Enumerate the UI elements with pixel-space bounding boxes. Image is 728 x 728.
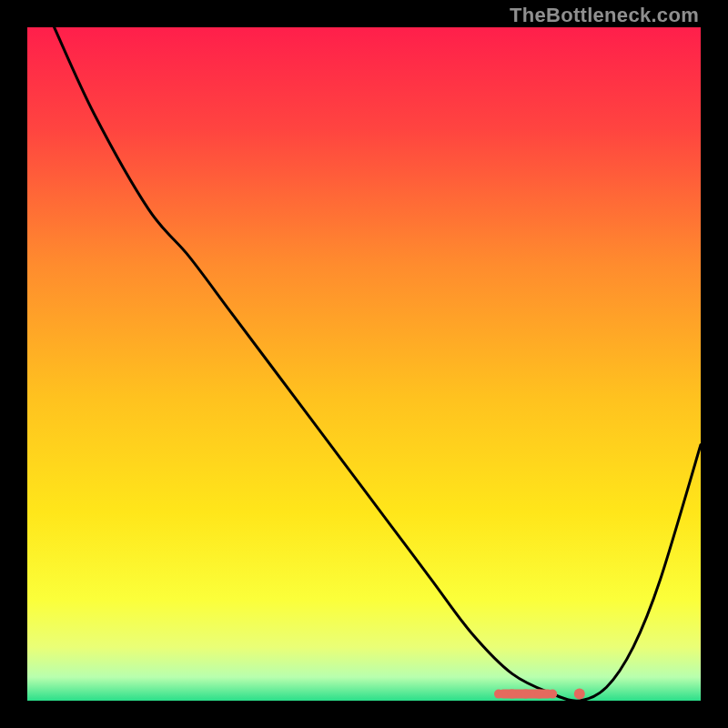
marker-dot bbox=[494, 690, 503, 699]
bottleneck-chart bbox=[27, 27, 701, 701]
marker-dot bbox=[508, 690, 517, 699]
chart-frame bbox=[27, 27, 701, 701]
marker-dot bbox=[521, 690, 531, 699]
chart-background-gradient bbox=[27, 27, 701, 701]
marker-dot bbox=[574, 689, 585, 700]
marker-dot bbox=[534, 690, 543, 699]
watermark-text: TheBottleneck.com bbox=[510, 4, 699, 27]
marker-dot bbox=[548, 690, 557, 699]
